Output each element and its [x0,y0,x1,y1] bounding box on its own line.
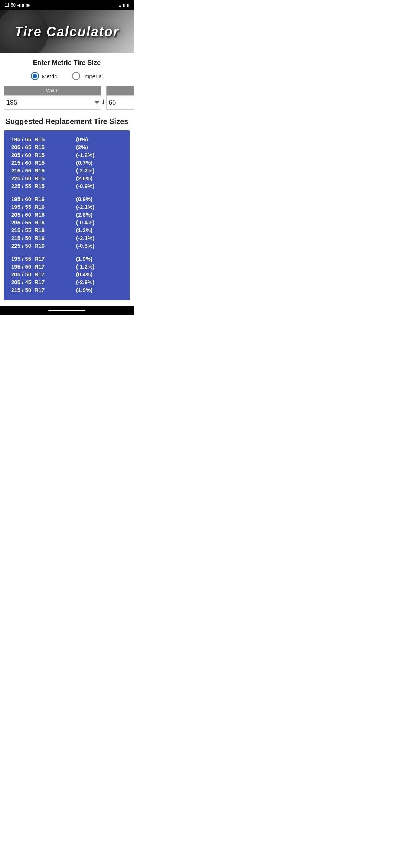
sim-icon: ▮ [22,3,25,8]
table-row: 225 / 50 R16 (-0.5%) [11,243,123,249]
tire-pct-text: (1.9%) [76,256,92,262]
form-section-title: Enter Metric Tire Size [4,59,130,67]
table-row: 215 / 60 R15 (0.7%) [11,160,123,166]
wifi-icon: ▴ [119,3,121,8]
tire-pct-text: (-2.1%) [76,204,94,210]
tire-size-text: 215 / 50 R16 [11,235,76,241]
tire-size-text: 215 / 60 R15 [11,160,76,166]
table-row: 195 / 60 R16 (0.9%) [11,196,123,202]
tire-size-text: 205 / 60 R15 [11,152,76,158]
result-group-r15: 195 / 65 R15 (0%) 205 / 65 R15 (2%) 205 … [11,136,123,189]
table-row: 195 / 65 R15 (0%) [11,136,123,142]
suggested-section-title: Suggested Replacement Tire Sizes [4,117,130,126]
tire-size-text: 225 / 60 R15 [11,175,76,181]
table-row: 205 / 45 R17 (-2.9%) [11,279,123,285]
table-row: 215 / 50 R16 (-2.1%) [11,235,123,241]
tire-size-text: 205 / 55 R16 [11,219,76,226]
tire-pct-text: (-0.4%) [76,219,94,226]
table-row: 205 / 50 R17 (0.4%) [11,271,123,277]
tire-pct-text: (0.4%) [76,271,92,277]
profile-field-wrap [106,95,134,110]
unit-radio-group: Metric Imperial [4,72,130,80]
header-banner: Tire Calculator [0,10,134,53]
app-title: Tire Calculator [14,24,119,40]
tire-size-text: 225 / 55 R15 [11,183,76,189]
battery-icon: ▮ [127,3,129,8]
signal-icon: ▮ [123,3,125,8]
tire-size-text: 205 / 60 R16 [11,211,76,218]
tire-pct-text: (-1.2%) [76,263,94,270]
width-input-group: Width [4,86,101,110]
tire-size-text: 215 / 55 R15 [11,167,76,174]
tire-pct-text: (2%) [76,144,88,150]
imperial-radio-label: Imperial [83,73,103,79]
status-icons-area: ▴ ▮ ▮ [119,3,129,8]
tire-pct-text: (2.8%) [76,211,92,218]
table-row: 215 / 50 R17 (1.9%) [11,287,123,293]
tire-size-text: 215 / 50 R17 [11,287,76,293]
tire-pct-text: (2.6%) [76,175,92,181]
imperial-radio-circle[interactable] [72,72,80,80]
results-box: 195 / 65 R15 (0%) 205 / 65 R15 (2%) 205 … [4,130,130,300]
profile-label: Profile [106,86,134,95]
width-dropdown-arrow[interactable] [95,101,99,104]
result-group-r16: 195 / 60 R16 (0.9%) 195 / 55 R16 (-2.1%)… [11,196,123,249]
separator-slash: / [101,98,106,106]
tire-size-text: 225 / 50 R16 [11,243,76,249]
width-field-wrap [4,95,101,110]
tire-pct-text: (0.7%) [76,160,92,166]
tire-size-text: 195 / 55 R17 [11,256,76,262]
table-row: 205 / 60 R16 (2.8%) [11,211,123,218]
table-row: 215 / 55 R15 (-2.7%) [11,167,123,174]
tire-pct-text: (-2.7%) [76,167,94,174]
imperial-radio-option[interactable]: Imperial [72,72,103,80]
shield-icon: ◉ [26,3,30,8]
main-content: Enter Metric Tire Size Metric Imperial W… [0,53,134,306]
tire-size-text: 205 / 65 R15 [11,144,76,150]
metric-radio-label: Metric [42,73,57,79]
tire-size-text: 195 / 55 R16 [11,204,76,210]
table-row: 195 / 55 R16 (-2.1%) [11,204,123,210]
table-row: 225 / 60 R15 (2.6%) [11,175,123,181]
tire-pct-text: (1.9%) [76,287,92,293]
tire-size-text: 195 / 60 R16 [11,196,76,202]
bottom-nav-bar [0,306,134,315]
tire-pct-text: (0.9%) [76,196,92,202]
tire-pct-text: (1.3%) [76,227,92,233]
time-display: 11:50 [4,3,16,8]
profile-input-group: Profile [106,86,134,110]
tire-size-text: 195 / 50 R17 [11,263,76,270]
table-row: 195 / 55 R17 (1.9%) [11,256,123,262]
table-row: 195 / 50 R17 (-1.2%) [11,263,123,270]
status-bar: 11:50 ◀ ▮ ◉ ▴ ▮ ▮ [0,0,134,10]
tire-pct-text: (-2.1%) [76,235,94,241]
width-label: Width [4,86,101,95]
home-indicator[interactable] [48,310,85,311]
tire-pct-text: (-2.9%) [76,279,94,285]
metric-radio-circle[interactable] [31,72,39,80]
tire-size-input-row: Width / Profile R Rim [4,86,130,110]
profile-input[interactable] [107,96,134,109]
tire-pct-text: (-0.5%) [76,243,94,249]
notification-icon: ◀ [17,3,20,8]
table-row: 205 / 60 R15 (-1.2%) [11,152,123,158]
table-row: 215 / 55 R16 (1.3%) [11,227,123,233]
table-row: 205 / 65 R15 (2%) [11,144,123,150]
result-group-r17: 195 / 55 R17 (1.9%) 195 / 50 R17 (-1.2%)… [11,256,123,293]
table-row: 205 / 55 R16 (-0.4%) [11,219,123,226]
tire-size-text: 205 / 45 R17 [11,279,76,285]
width-input[interactable] [4,96,95,109]
metric-radio-option[interactable]: Metric [31,72,57,80]
tire-size-text: 205 / 50 R17 [11,271,76,277]
tire-pct-text: (-0.9%) [76,183,94,189]
table-row: 225 / 55 R15 (-0.9%) [11,183,123,189]
tire-pct-text: (0%) [76,136,88,142]
tire-size-text: 195 / 65 R15 [11,136,76,142]
tire-size-text: 215 / 55 R16 [11,227,76,233]
tire-pct-text: (-1.2%) [76,152,94,158]
status-time-area: 11:50 ◀ ▮ ◉ [4,3,30,8]
